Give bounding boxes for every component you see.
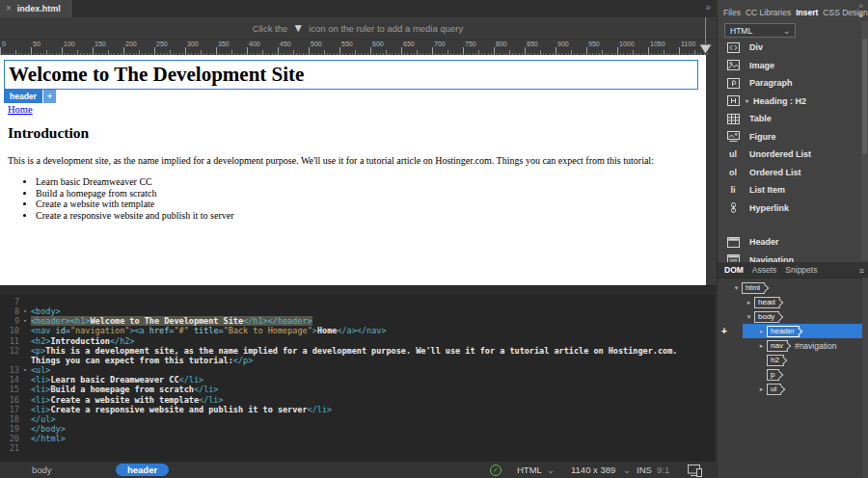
preview-devices-icon[interactable] [687, 464, 703, 477]
code-line-11[interactable]: 11<h2>Introduction</h2> [0, 336, 716, 346]
feature-list-item[interactable]: Create a website with template [36, 199, 234, 210]
selected-element-outline[interactable]: Welcome to The Development Site [4, 60, 698, 90]
code-fold-icon[interactable]: ▾ [19, 306, 31, 316]
dom-tag-pill[interactable]: body [754, 311, 779, 323]
ruler[interactable]: 0501001502002503003504004505005506006507… [0, 39, 716, 56]
code-line-18[interactable]: 18</ul> [0, 414, 716, 424]
code-line-19[interactable]: 19</body> [0, 424, 716, 434]
home-link[interactable]: Home [8, 104, 33, 115]
dom-node-nav[interactable]: ▸nav#navigation [718, 338, 868, 353]
code-text[interactable]: </html> [31, 434, 716, 443]
tab-snippets[interactable]: Snippets [785, 265, 817, 275]
submenu-arrow-icon[interactable]: ▾ [746, 97, 748, 104]
code-line-9[interactable]: 9▾<header><h1>Welcome to The Development… [0, 316, 716, 326]
insert-item-image[interactable]: Image [718, 57, 862, 75]
intro-paragraph[interactable]: This is a development site, as the name … [8, 155, 654, 166]
insert-item-ordered-list[interactable]: olOrdered List [718, 164, 862, 182]
tab-overflow-icon[interactable]: » [705, 2, 711, 13]
page-heading[interactable]: Welcome to The Development Site [9, 63, 304, 87]
code-view[interactable]: 78▾<body>9▾<header><h1>Welcome to The De… [0, 295, 716, 461]
code-line-7[interactable]: 7 [0, 297, 716, 306]
code-fold-icon[interactable]: ▾ [19, 365, 31, 375]
code-line-17[interactable]: 17<li>Create a responsive website and pu… [0, 405, 716, 414]
tree-collapsed-icon[interactable]: ▸ [756, 342, 767, 350]
code-line-13[interactable]: 13▾<ul> [0, 365, 716, 375]
code-text[interactable]: <body> [31, 306, 716, 316]
dom-scrollbar[interactable] [862, 278, 868, 478]
feature-list[interactable]: Learn basic Dreamweaver CCBuild a homepa… [0, 176, 234, 221]
viewport-size-label[interactable]: 1140 x 389 [571, 465, 615, 475]
line-number[interactable]: 11 [0, 336, 19, 346]
dom-node-ul[interactable]: ▸ul [718, 382, 868, 396]
dom-tag-pill[interactable]: html [742, 282, 765, 294]
code-line-14[interactable]: 14<li>Learn basic Dreamweaver CC</li> [0, 375, 716, 385]
line-number[interactable]: 19 [0, 424, 19, 434]
tab-assets[interactable]: Assets [752, 265, 777, 275]
code-text[interactable]: <header><h1>Welcome to The Development S… [31, 316, 716, 326]
insert-item-figure[interactable]: Figure [718, 128, 862, 146]
dom-tag-pill[interactable]: p [767, 369, 779, 381]
chevron-down-icon[interactable]: ⌄ [547, 465, 555, 475]
dom-node-head[interactable]: ▸head [718, 295, 868, 309]
tree-expanded-icon[interactable]: ▾ [744, 313, 754, 321]
panel-menu-icon[interactable]: ≡ [858, 10, 863, 19]
feature-list-item[interactable]: Learn basic Dreamweaver CC [36, 176, 234, 188]
dom-node-h2[interactable]: h2 [718, 353, 868, 367]
code-text[interactable]: <li>Create a website with template</li> [31, 395, 716, 405]
add-element-button[interactable]: + [43, 90, 56, 103]
code-line-16[interactable]: 16<li>Create a website with template</li… [0, 395, 716, 405]
code-text[interactable]: <nav id="navigation"><a href="#" title="… [31, 326, 716, 335]
feature-list-item[interactable]: Create a responsive website and publish … [36, 210, 234, 222]
insert-item-list-item[interactable]: liList Item [718, 181, 862, 199]
code-line-21[interactable]: 21 [0, 443, 716, 453]
line-number[interactable]: 10 [0, 326, 19, 335]
design-view[interactable]: Welcome to The Development Site header +… [0, 55, 716, 285]
code-line-20[interactable]: 20</html> [0, 434, 716, 443]
insert-item-table[interactable]: Table [718, 110, 862, 128]
close-icon[interactable]: × [6, 4, 12, 13]
line-number[interactable]: 14 [0, 375, 19, 385]
dom-tag-pill[interactable]: header [767, 326, 800, 337]
insert-item-hyperlink[interactable]: Hyperlink [718, 199, 862, 218]
dom-tag-pill[interactable]: head [754, 297, 780, 308]
code-text[interactable]: <li>Build a homepage from scratch</li> [31, 385, 716, 394]
insert-item-unordered-list[interactable]: ulUnordered List [718, 146, 862, 164]
chevron-down-icon[interactable]: ⌄ [623, 465, 631, 475]
tab-cc-libraries[interactable]: CC Libraries [746, 8, 791, 17]
document-tab[interactable]: × index.html [0, 0, 73, 17]
line-number[interactable]: 9 [0, 316, 19, 326]
tab-files[interactable]: Files [723, 8, 741, 17]
insert-item-paragraph[interactable]: Paragraph [718, 74, 862, 93]
tab-insert[interactable]: Insert [796, 8, 818, 17]
code-text[interactable]: <ul> [31, 365, 716, 375]
line-number[interactable]: 13 [0, 365, 19, 375]
element-tag-badge-label[interactable]: header [4, 90, 42, 103]
code-line-10[interactable]: 10<nav id="navigation"><a href="#" title… [0, 326, 716, 335]
insert-item-header[interactable]: Header [718, 233, 862, 252]
code-text[interactable]: </body> [31, 424, 716, 434]
line-number[interactable]: 7 [0, 297, 19, 306]
intro-heading[interactable]: Introduction [8, 124, 89, 142]
tree-collapsed-icon[interactable]: ▸ [756, 328, 767, 335]
tree-expanded-icon[interactable]: ▾ [731, 284, 742, 292]
code-text[interactable] [31, 297, 716, 306]
line-number[interactable]: 15 [0, 385, 19, 394]
code-text[interactable]: <li>Create a responsive website and publ… [31, 405, 716, 414]
dom-node-p[interactable]: p [718, 367, 868, 382]
tree-collapsed-icon[interactable]: ▸ [756, 385, 767, 393]
code-text[interactable]: <h2>Introduction</h2> [31, 336, 716, 346]
line-number[interactable]: 12 [0, 346, 19, 365]
code-fold-icon[interactable]: ▾ [19, 316, 31, 326]
dom-node-body[interactable]: ▾body [718, 309, 868, 324]
line-number[interactable]: 20 [0, 434, 19, 443]
code-text[interactable]: <p>This is a development site, as the na… [31, 346, 716, 365]
line-number[interactable]: 17 [0, 405, 19, 414]
line-number[interactable]: 21 [0, 443, 19, 453]
code-text[interactable] [31, 443, 716, 453]
feature-list-item[interactable]: Build a homepage from scratch [36, 188, 234, 199]
code-text[interactable]: </ul> [31, 414, 716, 424]
line-number[interactable]: 18 [0, 414, 19, 424]
line-number[interactable]: 8 [0, 306, 19, 316]
code-line-8[interactable]: 8▾<body> [0, 306, 716, 316]
code-line-12[interactable]: 12<p>This is a development site, as the … [0, 346, 716, 365]
